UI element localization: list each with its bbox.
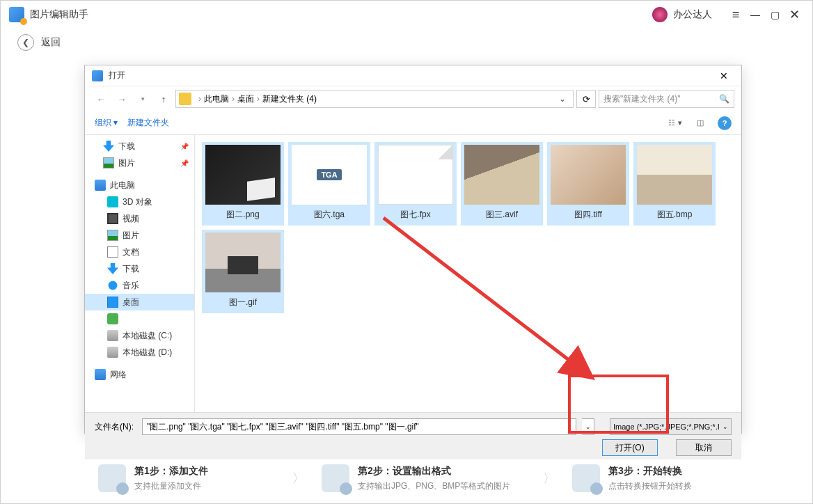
pin-icon: 📌 (180, 159, 189, 167)
filetype-filter[interactable]: Image (*.JPG;*.JPEG;*.PNG;*.I⌄ (610, 418, 732, 435)
picture-icon (103, 157, 114, 168)
search-input[interactable]: 搜索"新建文件夹 (4)" 🔍 (599, 90, 734, 108)
file-label: 图四.tiff (574, 209, 602, 221)
download-icon (103, 141, 114, 152)
username[interactable]: 办公达人 (673, 8, 712, 21)
chevron-right-icon: 〉 (292, 470, 305, 487)
file-thumbnail (205, 233, 281, 292)
file-label: 图六.tga (314, 209, 345, 221)
dialog-titlebar: 打开 ✕ (85, 65, 741, 86)
filter-text: Image (*.JPG;*.JPEG;*.PNG;*.I (613, 423, 720, 431)
file-tile[interactable]: 图三.avif (461, 142, 543, 226)
organize-menu[interactable]: 组织 ▾ (95, 117, 118, 129)
dialog-body: 下载📌 图片📌 此电脑 3D 对象 视频 图片 文档 下载 音乐 桌面 本地磁盘… (85, 135, 741, 412)
sidebar-item-pictures[interactable]: 图片📌 (85, 155, 194, 171)
network-icon (95, 369, 106, 380)
search-icon: 🔍 (719, 94, 729, 104)
sidebar-item-downloads-2[interactable]: 下载 (85, 260, 194, 277)
sidebar-item-drive-c[interactable]: 本地磁盘 (C:) (85, 327, 194, 344)
nav-recent-button[interactable]: ▾ (134, 90, 152, 107)
breadcrumb-part[interactable]: 新建文件夹 (4) (262, 93, 317, 105)
view-mode-button[interactable]: ☷ ▾ (668, 116, 683, 130)
menu-button[interactable]: ≡ (726, 5, 745, 24)
breadcrumb[interactable]: › 此电脑 › 桌面 › 新建文件夹 (4) ⌄ (175, 90, 574, 108)
sidebar-item-pictures-2[interactable]: 图片 (85, 227, 194, 244)
step-1[interactable]: 第1步：添加文件支持批量添加文件 (98, 464, 276, 492)
disk-icon (107, 347, 118, 358)
dialog-footer: 文件名(N): ⌄ Image (*.JPG;*.JPEG;*.PNG;*.I⌄… (85, 412, 741, 459)
search-placeholder: 搜索"新建文件夹 (4)" (603, 93, 681, 105)
file-thumbnail (378, 145, 453, 205)
pin-icon: 📌 (180, 143, 189, 150)
pc-icon (95, 180, 106, 191)
file-label: 图七.fpx (400, 209, 430, 221)
picture-icon (107, 230, 118, 241)
titlebar: 图片编辑助手 办公达人 ≡ — ▢ ✕ (1, 1, 812, 29)
file-tile[interactable]: TGA图六.tga (288, 142, 370, 226)
file-tile[interactable]: 图二.png (202, 142, 284, 226)
nav-forward-button[interactable]: → (113, 90, 131, 107)
file-tile[interactable]: 图五.bmp (633, 142, 716, 226)
nav-back-button[interactable]: ← (92, 90, 110, 107)
step-3[interactable]: 第3步：开始转换点击转换按钮开始转换 (572, 464, 750, 492)
file-tile[interactable]: 图七.fpx (374, 142, 457, 226)
step-sub: 支持批量添加文件 (134, 480, 208, 492)
cancel-button[interactable]: 取消 (676, 439, 732, 456)
sidebar-item-music[interactable]: 音乐 (85, 277, 194, 294)
sidebar-item-app[interactable] (85, 310, 194, 327)
breadcrumb-dropdown-icon[interactable]: ⌄ (555, 94, 570, 104)
open-button[interactable]: 打开(O) (602, 439, 658, 456)
help-button[interactable]: ? (718, 116, 732, 130)
dialog-nav: ← → ▾ ↑ › 此电脑 › 桌面 › 新建文件夹 (4) ⌄ ⟳ 搜索"新建… (85, 86, 741, 111)
dialog-title: 打开 (109, 70, 125, 81)
back-icon[interactable]: ❮ (17, 34, 34, 51)
sidebar-item-video[interactable]: 视频 (85, 210, 194, 227)
dialog-close-button[interactable]: ✕ (713, 68, 734, 84)
breadcrumb-part[interactable]: 此电脑 (204, 93, 229, 105)
filename-dropdown-button[interactable]: ⌄ (582, 418, 594, 435)
sidebar-item-documents[interactable]: 文档 (85, 244, 194, 260)
preview-pane-button[interactable]: ◫ (693, 116, 708, 130)
document-icon (107, 246, 118, 258)
minimize-button[interactable]: — (745, 5, 765, 24)
step-format-icon (322, 464, 349, 492)
close-button[interactable]: ✕ (784, 5, 804, 24)
new-folder-button[interactable]: 新建文件夹 (127, 117, 169, 129)
file-thumbnail: TGA (292, 145, 367, 205)
tga-badge: TGA (317, 169, 341, 180)
file-tile[interactable]: 图四.tiff (547, 142, 629, 226)
app-icon (107, 313, 118, 324)
back-label[interactable]: 返回 (41, 36, 61, 49)
maximize-button[interactable]: ▢ (765, 5, 784, 24)
disk-icon (107, 330, 118, 341)
sidebar-item-network[interactable]: 网络 (85, 366, 194, 383)
avatar[interactable] (652, 7, 668, 22)
sidebar-item-3d[interactable]: 3D 对象 (85, 194, 194, 210)
sidebar-item-desktop[interactable]: 桌面 (85, 294, 194, 310)
desktop-icon (107, 297, 118, 308)
app-icon (9, 7, 24, 22)
file-tile[interactable]: 图一.gif (202, 230, 284, 313)
steps-bar: 第1步：添加文件支持批量添加文件 〉 第2步：设置输出格式支持输出JPG、PNG… (98, 464, 750, 492)
sidebar-item-downloads[interactable]: 下载📌 (85, 138, 194, 155)
step-2[interactable]: 第2步：设置输出格式支持输出JPG、PNG、BMP等格式的图片 (322, 464, 526, 492)
file-thumbnail (464, 145, 539, 205)
step-heading: 第2步：设置输出格式 (358, 465, 510, 478)
back-bar: ❮ 返回 (1, 29, 812, 56)
dialog-icon (92, 70, 103, 81)
file-label: 图一.gif (229, 297, 257, 308)
file-thumbnail (637, 145, 712, 205)
music-icon (107, 280, 118, 291)
nav-up-button[interactable]: ↑ (155, 90, 173, 107)
download-icon (107, 263, 118, 274)
open-file-dialog: 打开 ✕ ← → ▾ ↑ › 此电脑 › 桌面 › 新建文件夹 (4) ⌄ ⟳ … (84, 65, 742, 434)
file-label: 图三.avif (486, 209, 518, 221)
dialog-toolbar: 组织 ▾ 新建文件夹 ☷ ▾ ◫ ? (85, 111, 741, 135)
refresh-button[interactable]: ⟳ (576, 90, 596, 108)
filename-input[interactable] (142, 418, 576, 435)
sidebar-item-drive-d[interactable]: 本地磁盘 (D:) (85, 344, 194, 361)
folder-icon (179, 93, 191, 105)
step-add-icon (98, 464, 126, 492)
breadcrumb-part[interactable]: 桌面 (237, 93, 254, 105)
sidebar-item-thispc[interactable]: 此电脑 (85, 177, 194, 194)
